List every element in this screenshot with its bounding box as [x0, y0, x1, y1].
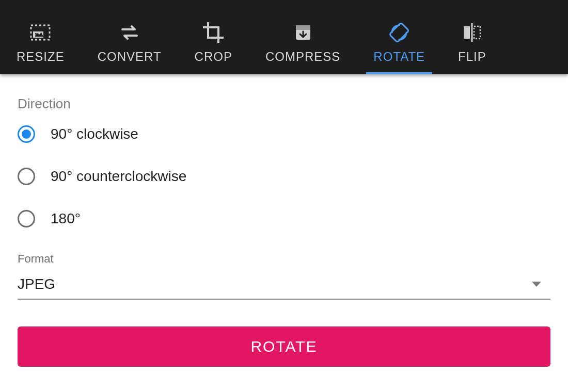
radio-90-counterclockwise[interactable]: 90° counterclockwise: [18, 168, 550, 185]
crop-icon: [201, 14, 226, 51]
radio-label: 90° clockwise: [51, 126, 138, 142]
direction-label: Direction: [18, 96, 550, 112]
format-value: JPEG: [18, 276, 55, 292]
format-select[interactable]: JPEG: [18, 273, 550, 300]
format-label: Format: [18, 252, 550, 266]
toolbar: RESIZE CONVERT CROP COMPRESS: [0, 0, 568, 74]
tab-label: COMPRESS: [265, 51, 340, 63]
radio-90-clockwise[interactable]: 90° clockwise: [18, 125, 550, 143]
radio-indicator: [18, 210, 35, 227]
radio-indicator: [18, 125, 35, 143]
svg-rect-9: [474, 26, 480, 39]
chevron-down-icon: [532, 282, 541, 287]
radio-label: 90° counterclockwise: [51, 168, 186, 185]
tab-rotate[interactable]: ROTATE: [357, 0, 441, 74]
tab-label: RESIZE: [17, 51, 65, 63]
tab-compress[interactable]: COMPRESS: [249, 0, 357, 74]
tab-crop[interactable]: CROP: [178, 0, 249, 74]
flip-icon: [460, 14, 484, 51]
radio-indicator: [18, 168, 35, 185]
tab-label: CROP: [195, 51, 232, 63]
tab-label: ROTATE: [373, 51, 425, 63]
convert-icon: [117, 14, 142, 51]
compress-icon: [291, 14, 315, 51]
radio-180[interactable]: 180°: [18, 210, 550, 227]
tab-flip[interactable]: FLIP: [441, 0, 503, 74]
rotate-panel: Direction 90° clockwise 90° counterclock…: [0, 74, 568, 387]
rotate-button[interactable]: ROTATE: [18, 326, 550, 367]
rotate-icon: [387, 14, 412, 51]
resize-icon: [28, 14, 53, 51]
tab-label: CONVERT: [98, 51, 162, 63]
svg-rect-5: [296, 25, 310, 30]
radio-label: 180°: [51, 210, 81, 227]
tab-resize[interactable]: RESIZE: [0, 0, 81, 74]
tab-label: FLIP: [458, 51, 486, 63]
tab-convert[interactable]: CONVERT: [81, 0, 178, 74]
svg-rect-8: [464, 26, 470, 39]
